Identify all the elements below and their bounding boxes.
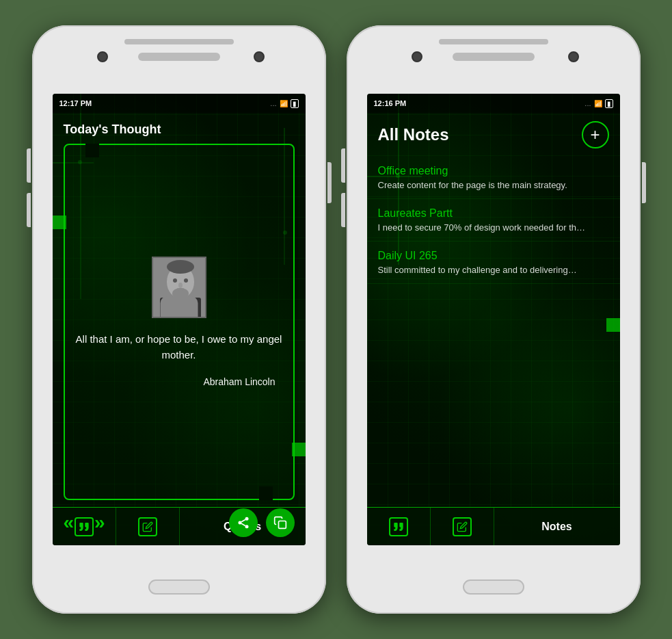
- svg-point-8: [178, 283, 183, 288]
- all-notes-title: All Notes: [378, 125, 449, 144]
- phone-speaker-bar-2: [439, 39, 548, 44]
- front-camera-right-2: [568, 51, 579, 62]
- svg-marker-10: [178, 298, 183, 302]
- quote-author: Abraham Lincoln: [203, 376, 275, 387]
- earpiece-2: [453, 53, 535, 61]
- volume-button-up-2[interactable]: [341, 148, 345, 183]
- svg-point-9: [176, 288, 185, 291]
- accent-square-left: [53, 216, 66, 229]
- earpiece: [138, 53, 220, 61]
- note-item-3[interactable]: Daily UI 265 Still committed to my chall…: [367, 242, 620, 284]
- nav-action-buttons: [229, 508, 295, 537]
- note-preview-1: Create content for the page is the main …: [378, 180, 609, 190]
- phone-body-2: 12:16 PM ... 📶 ▮ All Notes +: [347, 25, 641, 614]
- prev-chevron-icon[interactable]: «: [64, 512, 75, 534]
- volume-button-down[interactable]: [27, 193, 31, 227]
- status-dots-1: ...: [270, 99, 276, 107]
- note-preview-2: I need to secure 70% of design work need…: [378, 222, 609, 233]
- wifi-icon: 📶: [280, 100, 288, 107]
- copy-icon: [273, 516, 287, 530]
- note-title-2: Laureates Partt: [378, 207, 609, 220]
- svg-line-15: [241, 519, 245, 521]
- screen-content-2: All Notes + Office meeting Create conten…: [367, 113, 620, 545]
- copy-button[interactable]: [266, 508, 295, 537]
- today-thought-title: Today's Thought: [64, 122, 161, 136]
- volume-button-down-2[interactable]: [341, 193, 345, 227]
- accent-square-right: [292, 443, 306, 456]
- quote-text: All that I am, or hope to be, I owe to m…: [76, 332, 282, 363]
- battery-icon: ▮: [291, 99, 299, 108]
- accent-square-right-2: [606, 318, 620, 332]
- battery-icon-2: ▮: [605, 99, 613, 108]
- svg-line-14: [241, 523, 245, 525]
- front-camera-left-2: [412, 51, 422, 62]
- status-icons-2: ... 📶 ▮: [584, 99, 613, 108]
- status-dots-2: ...: [584, 99, 591, 107]
- next-chevron-icon[interactable]: »: [94, 512, 105, 534]
- phone-2: 12:16 PM ... 📶 ▮ All Notes +: [347, 25, 641, 614]
- notes-header: All Notes +: [367, 113, 620, 157]
- note-item-2[interactable]: Laureates Partt I need to secure 70% of …: [367, 199, 620, 242]
- phone-body-1: 12:17 PM ... 📶 ▮ Today's Thought: [32, 25, 326, 614]
- phone-screen-1: 12:17 PM ... 📶 ▮ Today's Thought: [53, 94, 306, 545]
- volume-button-up[interactable]: [27, 148, 31, 183]
- plus-icon: +: [590, 127, 600, 143]
- wifi-icon-2: 📶: [594, 100, 602, 107]
- quotes-header: Today's Thought: [53, 113, 306, 144]
- svg-point-7: [184, 278, 188, 283]
- status-bar-1: 12:17 PM ... 📶 ▮: [53, 94, 306, 113]
- note-item-1[interactable]: Office meeting Create content for the pa…: [367, 157, 620, 199]
- status-bar-2: 12:16 PM ... 📶 ▮: [367, 94, 620, 113]
- note-preview-3: Still committed to my challenge and to d…: [378, 265, 609, 275]
- svg-point-6: [173, 278, 177, 283]
- note-title-3: Daily UI 265: [378, 250, 609, 262]
- add-note-button[interactable]: +: [582, 121, 609, 148]
- phone-screen-2: 12:16 PM ... 📶 ▮ All Notes +: [367, 94, 620, 545]
- power-button-2[interactable]: [642, 162, 646, 203]
- svg-point-11: [245, 517, 248, 521]
- phone-speaker-bar: [124, 39, 234, 44]
- quote-navigation: « »: [53, 500, 306, 545]
- front-camera-left: [97, 51, 108, 62]
- lincoln-portrait-image: [153, 258, 205, 317]
- share-icon: [237, 516, 250, 530]
- home-button-2[interactable]: [463, 579, 524, 595]
- svg-rect-1: [160, 298, 201, 318]
- front-camera-right: [254, 51, 265, 62]
- share-button[interactable]: [229, 508, 258, 537]
- status-time-1: 12:17 PM: [59, 99, 92, 107]
- quote-card: All that I am, or hope to be, I owe to m…: [64, 144, 295, 500]
- screen-content-1: Today's Thought: [53, 113, 306, 545]
- svg-point-13: [245, 525, 248, 528]
- status-icons-1: ... 📶 ▮: [270, 99, 298, 108]
- phone-1: 12:17 PM ... 📶 ▮ Today's Thought: [32, 25, 326, 614]
- svg-point-12: [238, 521, 241, 525]
- svg-point-5: [167, 260, 194, 274]
- status-time-2: 12:16 PM: [374, 99, 407, 107]
- power-button[interactable]: [327, 162, 332, 203]
- svg-rect-16: [278, 521, 286, 529]
- lincoln-portrait: [152, 257, 206, 318]
- note-title-1: Office meeting: [378, 165, 609, 177]
- notes-list: Office meeting Create content for the pa…: [367, 157, 620, 545]
- home-button[interactable]: [148, 579, 210, 595]
